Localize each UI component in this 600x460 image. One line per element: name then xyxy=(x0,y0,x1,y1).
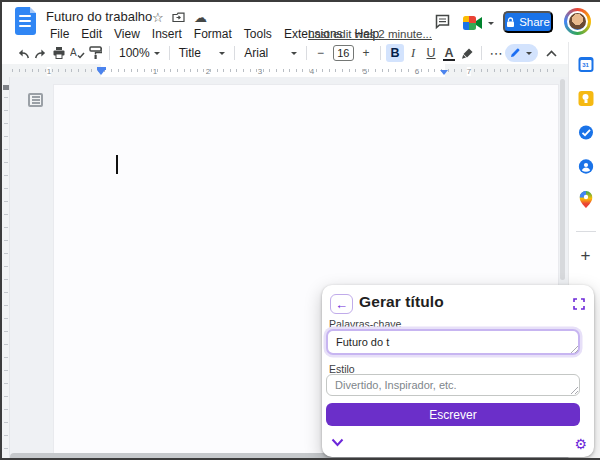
vertical-ruler-margin-marker[interactable] xyxy=(3,85,9,90)
paragraph-style-select[interactable]: Title xyxy=(175,46,230,60)
write-button[interactable]: Escrever xyxy=(326,403,580,426)
ruler-number: 5 xyxy=(363,67,367,76)
italic-button[interactable]: I xyxy=(404,44,422,62)
top-bar: Futuro do trabalho ☆ ☁ File Edit View In… xyxy=(2,2,600,42)
vertical-ruler xyxy=(2,77,10,460)
left-indent-marker[interactable] xyxy=(97,70,105,75)
ruler-number: 2 xyxy=(206,67,210,76)
editing-mode-button[interactable] xyxy=(505,44,538,62)
get-add-ons-button[interactable]: + xyxy=(581,248,591,264)
generate-title-panel: ← Gerar título Palavras-chave Futuro do … xyxy=(322,285,594,457)
paint-format-button[interactable] xyxy=(86,44,104,62)
resize-grip-icon[interactable] xyxy=(571,346,578,353)
expand-panel-icon[interactable] xyxy=(573,298,585,310)
collapse-toolbar-button[interactable] xyxy=(542,44,560,62)
star-icon[interactable]: ☆ xyxy=(152,10,164,26)
toolbar-divider xyxy=(481,46,482,60)
toolbar-divider xyxy=(169,46,170,60)
zoom-select[interactable]: 100% xyxy=(115,46,164,60)
text-color-button[interactable]: A xyxy=(440,44,458,62)
menu-format[interactable]: Format xyxy=(188,26,238,42)
keep-icon[interactable] xyxy=(578,91,593,106)
rail-divider xyxy=(576,231,596,232)
settings-gear-icon[interactable]: ⚙ xyxy=(574,436,587,452)
meet-video-call-icon[interactable] xyxy=(461,13,495,33)
collapse-panel-chevron-icon[interactable] xyxy=(331,438,345,448)
pencil-icon xyxy=(510,48,520,58)
account-avatar[interactable] xyxy=(564,8,591,35)
docs-logo-icon[interactable] xyxy=(15,7,36,35)
toolbar-divider xyxy=(306,46,307,60)
ruler-number: 1 xyxy=(47,67,51,76)
menu-insert[interactable]: Insert xyxy=(146,26,188,42)
keywords-field-wrap: Futuro do t xyxy=(326,329,580,355)
menu-tools[interactable]: Tools xyxy=(238,26,278,42)
print-button[interactable] xyxy=(50,44,68,62)
show-document-outline-button[interactable] xyxy=(28,93,43,107)
comment-icon[interactable] xyxy=(433,12,452,31)
share-button[interactable]: Share xyxy=(503,11,553,33)
tasks-icon[interactable] xyxy=(578,125,593,140)
resize-grip-icon[interactable] xyxy=(571,387,578,394)
toolbar-divider xyxy=(109,46,110,60)
ruler-number: 7 xyxy=(467,67,471,76)
ruler-number: 3 xyxy=(258,67,262,76)
formatting-toolbar: A 100% Title Arial − 16 + B I U A ⋯ xyxy=(2,42,568,64)
style-field-wrap xyxy=(326,374,580,396)
avatar-photo xyxy=(567,11,588,32)
spell-check-button[interactable]: A xyxy=(68,44,86,62)
text-cursor xyxy=(116,155,118,174)
toolbar-divider xyxy=(234,46,235,60)
svg-text:A: A xyxy=(70,47,77,58)
editing-mode-caret xyxy=(526,52,532,58)
more-toolbar-options-button[interactable]: ⋯ xyxy=(487,44,505,62)
menu-view[interactable]: View xyxy=(108,26,146,42)
panel-title: Gerar título xyxy=(359,293,444,311)
decrease-font-size-button[interactable]: − xyxy=(312,44,330,62)
keywords-input[interactable]: Futuro do t xyxy=(326,329,580,355)
ruler-number: 4 xyxy=(310,67,314,76)
increase-font-size-button[interactable]: + xyxy=(357,44,375,62)
menu-edit[interactable]: Edit xyxy=(75,26,108,42)
vertical-scrollbar[interactable] xyxy=(560,79,565,280)
calendar-icon[interactable]: 31 xyxy=(578,57,593,72)
right-indent-marker[interactable] xyxy=(440,70,448,75)
highlight-color-button[interactable] xyxy=(458,44,476,62)
google-docs-window: Futuro do trabalho ☆ ☁ File Edit View In… xyxy=(0,0,600,460)
back-button[interactable]: ← xyxy=(330,294,353,314)
toolbar-divider xyxy=(380,46,381,60)
contacts-icon[interactable] xyxy=(578,159,593,174)
last-edit-link[interactable]: Last edit was 2 minute... xyxy=(308,28,432,40)
vertical-ruler-ticks xyxy=(4,97,8,452)
move-to-folder-icon[interactable] xyxy=(172,12,185,23)
horizontal-ruler: 1 1 2 3 4 5 6 7 xyxy=(2,64,568,77)
style-input[interactable] xyxy=(326,374,580,396)
font-size-input[interactable]: 16 xyxy=(333,45,354,61)
cloud-status-icon[interactable]: ☁ xyxy=(194,10,207,26)
maps-icon[interactable] xyxy=(578,192,593,207)
ruler-number: 1 xyxy=(153,67,157,76)
bold-button[interactable]: B xyxy=(386,44,404,62)
menu-file[interactable]: File xyxy=(44,26,75,42)
redo-button[interactable] xyxy=(32,44,50,62)
lock-icon xyxy=(506,17,515,28)
undo-button[interactable] xyxy=(14,44,32,62)
meet-dropdown-caret xyxy=(488,22,494,28)
font-select[interactable]: Arial xyxy=(240,46,300,60)
ruler-ticks xyxy=(12,69,558,72)
document-title[interactable]: Futuro do trabalho xyxy=(46,9,152,24)
ruler-number: 6 xyxy=(415,67,419,76)
underline-button[interactable]: U xyxy=(422,44,440,62)
